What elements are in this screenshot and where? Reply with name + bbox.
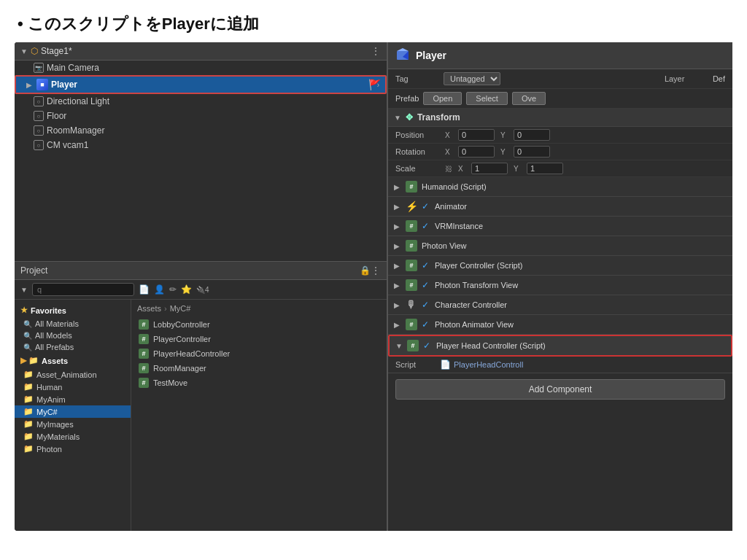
scale-x-input[interactable] <box>471 163 508 174</box>
hierarchy-item-floor[interactable]: ○ Floor <box>15 109 387 123</box>
path-separator: › <box>164 304 167 313</box>
scale-y-label: Y <box>514 165 521 173</box>
file-playercontroller[interactable]: # PlayerController <box>137 332 381 346</box>
tree-mymaterials[interactable]: 📁 MyMaterials <box>15 430 131 443</box>
script-value: 📄 PlayerHeadControll <box>440 359 523 370</box>
project-more-icon[interactable]: ⋮ <box>371 265 381 276</box>
component-player-head-controller[interactable]: ▼ # ✓ Player Head Controller (Script) <box>388 335 732 357</box>
rotation-label: Rotation <box>395 147 439 156</box>
brush-icon[interactable]: ✏ <box>169 284 177 295</box>
photonview-icon: # <box>406 240 417 252</box>
player-flag: 🚩 <box>368 79 381 90</box>
title-text: このスクリプトをPlayerに追加 <box>28 13 259 35</box>
vrm-arrow: ▶ <box>394 222 401 230</box>
select-button[interactable]: Select <box>466 92 508 105</box>
scale-y-input[interactable] <box>527 163 563 174</box>
light-name: Directional Light <box>47 96 381 106</box>
tree-all-models[interactable]: 🔍 All Models <box>15 330 131 341</box>
component-photon-view[interactable]: ▶ # Photon View <box>388 236 732 256</box>
tree-mycsharp[interactable]: 📁 MyC# <box>15 405 131 418</box>
tree-human[interactable]: 📁 Human <box>15 381 131 393</box>
assets-folder-icon: ▶ 📁 <box>20 356 39 365</box>
hierarchy-item-roommanager[interactable]: ○ RoomManager <box>15 123 387 138</box>
open-button[interactable]: Open <box>423 92 462 105</box>
inspector-header: Player <box>388 42 732 69</box>
component-animator[interactable]: ▶ ⚡ ✓ Animator <box>388 197 732 217</box>
prefab-row: Prefab Open Select Ove <box>388 89 732 109</box>
playerctrl-icon: # <box>406 260 417 271</box>
rotation-y-input[interactable] <box>514 146 550 158</box>
hierarchy-item-player[interactable]: ▶ ■ Player › 🚩 <box>15 75 387 94</box>
tree-all-prefabs[interactable]: 🔍 All Prefabs <box>15 341 131 353</box>
tree-myanim[interactable]: 📁 MyAnim <box>15 393 131 405</box>
project-search-input[interactable] <box>32 283 134 296</box>
position-y-input[interactable] <box>514 129 550 141</box>
photonanim-check: ✓ <box>422 319 430 330</box>
stage-arrow: ▼ <box>20 47 28 55</box>
transform-section-header[interactable]: ▼ ✥ Transform <box>388 109 732 127</box>
add-component-button[interactable]: Add Component <box>395 379 725 400</box>
scale-x-label: X <box>458 165 465 173</box>
lock-icon: 🔒 <box>360 265 371 276</box>
path-assets: Assets <box>137 304 161 313</box>
file-playerheadcontroller[interactable]: # PlayerHeadController <box>137 346 381 361</box>
file-playerctrl-name: PlayerController <box>153 335 211 343</box>
charctrl-check: ✓ <box>422 300 430 310</box>
folder-anim-icon: 📁 <box>23 370 34 379</box>
folder-myanim-icon: 📁 <box>23 394 34 404</box>
tag-select[interactable]: Untagged <box>444 72 500 85</box>
file-roommanager[interactable]: # RoomManager <box>137 361 381 376</box>
hierarchy-item-cmvcam1[interactable]: ○ CM vcam1 <box>15 138 387 152</box>
component-photon-animator-view[interactable]: ▶ # ✓ Photon Animator View <box>388 315 732 335</box>
tree-photon[interactable]: 📁 Photon <box>15 443 131 455</box>
tree-myimages[interactable]: 📁 MyImages <box>15 418 131 430</box>
player-cube-icon: ■ <box>36 79 48 90</box>
search-icon-materials: 🔍 <box>23 320 32 328</box>
animator-check: ✓ <box>422 201 430 211</box>
humanoid-icon: # <box>406 181 417 192</box>
humanoid-name: Humanoid (Script) <box>422 182 727 191</box>
star-filter-icon[interactable]: ⭐ <box>181 284 192 295</box>
project-toolbar: ▼ 📄 👤 ✏ ⭐ 🔌4 <box>15 280 387 300</box>
file-lobbycontroller[interactable]: # LobbyController <box>137 317 381 332</box>
assets-header: ▶ 📁 Assets <box>15 353 131 368</box>
photonview-name: Photon View <box>422 241 727 250</box>
component-photon-transform-view[interactable]: ▶ # ✓ Photon Transform View <box>388 276 732 295</box>
layer-value: Def <box>713 74 725 83</box>
hierarchy-item-directional-light[interactable]: ○ Directional Light <box>15 94 387 109</box>
people-icon[interactable]: 👤 <box>154 284 165 295</box>
component-player-controller[interactable]: ▶ # ✓ Player Controller (Script) <box>388 256 732 276</box>
main-content: ▼ ⬡ Stage1* ⋮ 📷 Main Camera ▶ ■ Player ›… <box>0 42 747 538</box>
vrm-icon: # <box>406 220 417 232</box>
project-header: Project 🔒 ⋮ <box>15 262 387 280</box>
bullet: • <box>18 15 23 34</box>
search-icon-prefabs: 🔍 <box>23 343 32 351</box>
all-models-label: All Models <box>35 331 72 340</box>
playerctrl-name: Player Controller (Script) <box>435 261 727 270</box>
dropdown-arrow[interactable]: ▼ <box>20 286 28 294</box>
hierarchy-panel: ▼ ⬡ Stage1* ⋮ 📷 Main Camera ▶ ■ Player ›… <box>15 42 387 261</box>
charctrl-arrow: ▶ <box>394 301 401 309</box>
script-label: Script <box>395 360 436 369</box>
mymaterials-label: MyMaterials <box>36 432 80 441</box>
position-x-input[interactable] <box>458 129 495 141</box>
component-vrminstance[interactable]: ▶ # ✓ VRMInstance <box>388 217 732 236</box>
file-testmove[interactable]: # TestMove <box>137 376 381 390</box>
floor-name: Floor <box>47 111 381 121</box>
tree-all-materials[interactable]: 🔍 All Materials <box>15 318 131 330</box>
page-title: • このスクリプトをPlayerに追加 <box>0 0 747 42</box>
folder-mycsharp-icon: 📁 <box>23 407 34 416</box>
vcam-icon: ○ <box>34 140 44 150</box>
override-button[interactable]: Ove <box>512 92 546 105</box>
hierarchy-item-camera[interactable]: 📷 Main Camera <box>15 61 387 75</box>
rotation-x-input[interactable] <box>458 146 495 158</box>
folder-icon[interactable]: 📄 <box>139 284 150 295</box>
charctrl-name: Character Controller <box>435 300 727 309</box>
photon-label: Photon <box>36 445 62 454</box>
component-humanoid[interactable]: ▶ # Humanoid (Script) <box>388 177 732 197</box>
hierarchy-more-icon[interactable]: ⋮ <box>371 45 381 57</box>
photontransform-name: Photon Transform View <box>435 281 727 289</box>
component-character-controller[interactable]: ▶ 🎙 ✓ Character Controller <box>388 295 732 315</box>
file-room-name: RoomManager <box>153 364 206 373</box>
tree-asset-animation[interactable]: 📁 Asset_Animation <box>15 368 131 381</box>
